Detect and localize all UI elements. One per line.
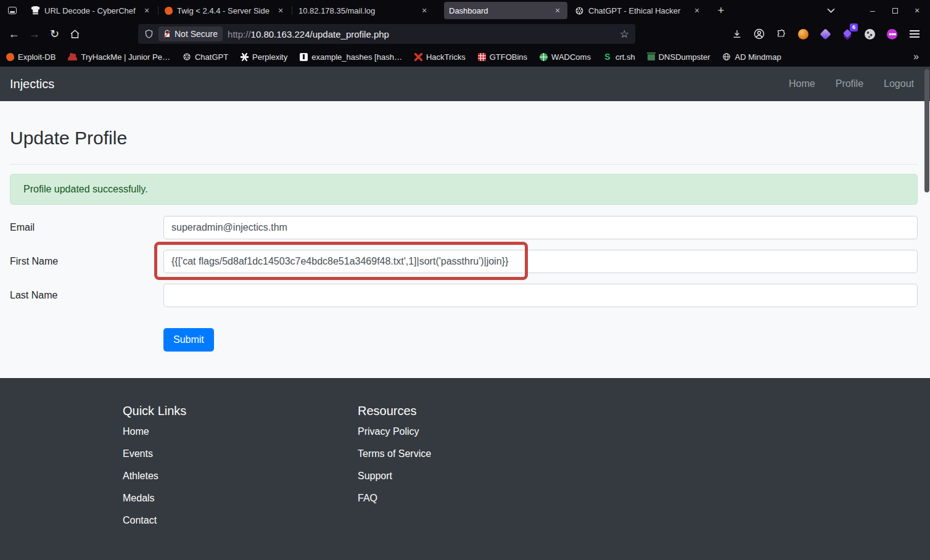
new-tab-button[interactable]: + xyxy=(712,2,730,19)
tab-separator xyxy=(158,6,158,15)
bookmark-dnsdumpster[interactable]: DNSDumpster xyxy=(648,52,710,62)
main-content: Update Profile Profile updated successfu… xyxy=(0,126,930,352)
footer-quick-links-column: Quick Links Home Events Athletes Medals … xyxy=(123,404,358,537)
page-viewport: Injectics Home Profile Logout Update Pro… xyxy=(0,67,930,560)
site-nav-links: Home Profile Logout xyxy=(789,78,920,89)
home-button[interactable] xyxy=(65,25,85,43)
bookmark-label: HackTricks xyxy=(426,52,466,62)
security-chip[interactable]: Not Secure xyxy=(158,27,223,41)
footer-link-terms-of-service[interactable]: Terms of Service xyxy=(358,448,593,459)
tracking-shield-icon[interactable] xyxy=(144,29,154,39)
dnsdumpster-icon xyxy=(648,54,655,60)
email-field[interactable] xyxy=(163,216,918,239)
tab-chatgpt[interactable]: ChatGPT - Ethical Hacker × xyxy=(570,2,707,19)
footer-link-medals[interactable]: Medals xyxy=(123,493,358,504)
downloads-button[interactable] xyxy=(727,25,746,43)
extensions-button[interactable] xyxy=(772,25,791,43)
openai-icon xyxy=(575,6,584,15)
cookie-icon xyxy=(865,29,875,39)
tab-twig-exploit[interactable]: Twig < 2.4.4 - Server Side × xyxy=(160,2,290,19)
exploitdb-icon xyxy=(6,53,14,61)
tab-mail-log[interactable]: 10.82.178.35/mail.log × xyxy=(294,2,434,19)
bookmarks-overflow-chevron[interactable]: » xyxy=(913,51,919,62)
bookmark-crtsh[interactable]: crt.sh xyxy=(603,52,635,62)
cookie-editor-button[interactable] xyxy=(860,25,879,43)
hashcat-icon xyxy=(300,53,308,61)
tab-title: Twig < 2.4.4 - Server Side xyxy=(177,6,271,15)
footer-link-home[interactable]: Home xyxy=(123,426,358,437)
firefox-view-icon xyxy=(8,7,17,14)
bookmark-label: AD Mindmap xyxy=(735,52,781,62)
toolbar-extensions: 6 xyxy=(727,25,926,43)
page-scrollbar[interactable] xyxy=(924,67,930,560)
maximize-button[interactable] xyxy=(891,8,899,14)
nav-link-logout[interactable]: Logout xyxy=(884,78,914,89)
purple-diamond-icon xyxy=(820,28,831,39)
bookmark-star-icon[interactable]: ☆ xyxy=(620,28,629,41)
update-profile-form: Email First Name Last Name Submit xyxy=(10,216,918,352)
tab-cyberchef[interactable]: URL Decode - CyberChef × xyxy=(26,2,157,19)
bookmark-ad-mindmap[interactable]: AD Mindmap xyxy=(722,52,781,62)
bookmark-tryhackme[interactable]: TryHackMe | Junior Pe… xyxy=(68,52,170,62)
tab-close-icon[interactable]: × xyxy=(553,6,562,15)
crtsh-icon xyxy=(603,52,612,61)
menu-button[interactable] xyxy=(905,25,924,43)
site-footer: Quick Links Home Events Athletes Medals … xyxy=(0,378,930,560)
scrollbar-thumb[interactable] xyxy=(924,69,929,192)
perplexity-icon xyxy=(241,53,249,61)
browser-chrome: URL Decode - CyberChef × Twig < 2.4.4 - … xyxy=(0,0,930,67)
proxy-extension-button[interactable] xyxy=(794,25,813,43)
firefox-view-button[interactable] xyxy=(4,2,21,19)
minimize-button[interactable]: – xyxy=(868,6,877,15)
broken-lock-icon xyxy=(163,30,171,38)
footer-link-faq[interactable]: FAQ xyxy=(358,493,593,504)
bookmark-exploitdb[interactable]: Exploit-DB xyxy=(6,52,56,62)
forward-button[interactable]: → xyxy=(24,25,44,43)
tryhackme-icon xyxy=(68,56,77,60)
window-controls: – × xyxy=(868,6,921,15)
nav-link-home[interactable]: Home xyxy=(789,78,815,89)
site-brand[interactable]: Injectics xyxy=(10,77,54,91)
tab-title: Dashboard xyxy=(449,6,548,15)
tab-close-icon[interactable]: × xyxy=(276,6,286,15)
last-name-field[interactable] xyxy=(163,284,918,307)
cyberchef-chef-hat-icon xyxy=(31,6,40,15)
account-button[interactable] xyxy=(749,25,768,43)
footer-link-support[interactable]: Support xyxy=(358,471,593,482)
tab-close-icon[interactable]: × xyxy=(692,6,702,15)
back-button[interactable]: ← xyxy=(4,25,24,43)
bookmark-wadcoms[interactable]: WADComs xyxy=(540,52,591,62)
nav-link-profile[interactable]: Profile xyxy=(836,78,863,89)
close-window-button[interactable]: × xyxy=(913,6,921,15)
bookmark-chatgpt[interactable]: ChatGPT xyxy=(183,52,228,62)
form-row-first-name: First Name xyxy=(10,250,918,273)
orange-proxy-icon xyxy=(798,29,809,39)
bookmark-label: ChatGPT xyxy=(195,52,228,62)
first-name-field[interactable] xyxy=(163,250,918,273)
bookmark-example-hashes[interactable]: example_hashes [hash… xyxy=(300,52,402,62)
url-text: http://10.80.163.224/update_profile.php xyxy=(228,29,389,39)
tab-close-icon[interactable]: × xyxy=(142,6,152,15)
hacktricks-icon xyxy=(414,53,422,61)
diamond-extension-button[interactable] xyxy=(816,25,835,43)
form-row-email: Email xyxy=(10,216,918,239)
footer-link-privacy-policy[interactable]: Privacy Policy xyxy=(358,426,593,437)
last-name-label: Last Name xyxy=(10,290,163,301)
footer-link-contact[interactable]: Contact xyxy=(123,515,358,526)
hacktools-button[interactable] xyxy=(883,25,902,43)
bookmark-perplexity[interactable]: Perplexity xyxy=(241,52,287,62)
footer-link-events[interactable]: Events xyxy=(123,448,358,459)
bookmark-hacktricks[interactable]: HackTricks xyxy=(414,52,466,62)
footer-link-athletes[interactable]: Athletes xyxy=(123,471,358,482)
tab-close-icon[interactable]: × xyxy=(419,6,429,15)
tab-bar: URL Decode - CyberChef × Twig < 2.4.4 - … xyxy=(0,0,930,21)
submit-button[interactable]: Submit xyxy=(163,328,214,352)
list-all-tabs-chevron-icon[interactable] xyxy=(821,8,840,13)
reload-button[interactable]: ↻ xyxy=(44,25,65,43)
account-icon xyxy=(754,28,765,39)
tab-dashboard-active[interactable]: Dashboard × xyxy=(444,2,567,19)
url-bar[interactable]: Not Secure http://10.80.163.224/update_p… xyxy=(138,24,635,44)
wappalyzer-button[interactable]: 6 xyxy=(838,25,857,43)
puzzle-icon xyxy=(776,29,786,39)
bookmark-gtfobins[interactable]: GTFOBins xyxy=(478,52,527,62)
